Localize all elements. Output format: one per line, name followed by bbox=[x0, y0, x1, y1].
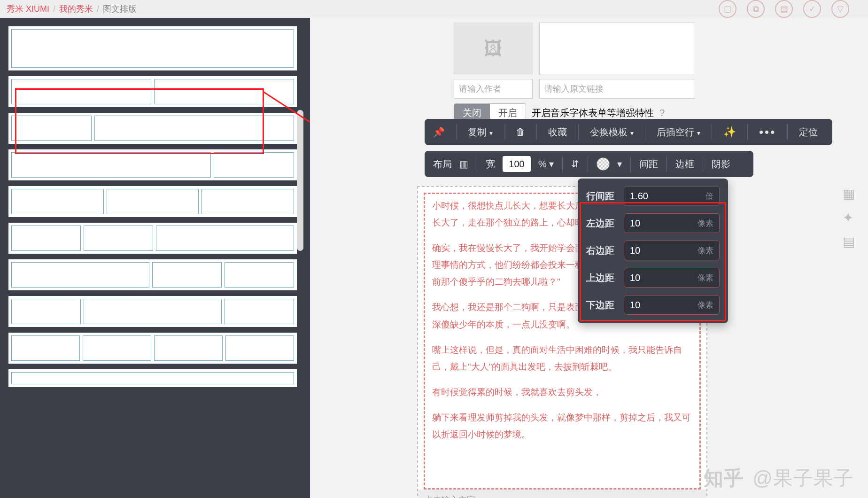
margin-right-label: 右边距 bbox=[586, 244, 617, 257]
editor-canvas: 🖼 请输入作者 请输入原文链接 关闭 开启 开启音乐字体表单等增强特性 ? 📌 … bbox=[310, 18, 868, 498]
thumb-1-1-2[interactable] bbox=[8, 223, 297, 254]
grid-icon[interactable]: ▦ bbox=[843, 186, 855, 202]
meta-row: 🖼 bbox=[454, 23, 695, 74]
more-icon[interactable]: ••• bbox=[759, 125, 776, 140]
swap-template-button[interactable]: 变换模板 bbox=[590, 126, 634, 139]
layout-toolbar: 布局 ▥ 宽 100 % ▾ ⇵ ▾ 间距 边框 阴影 bbox=[425, 151, 753, 177]
margin-left-input[interactable]: 10像素 bbox=[624, 213, 720, 233]
cover-image-placeholder[interactable]: 🖼 bbox=[454, 23, 533, 74]
paragraph[interactable]: 躺下来看理发师剪掉我的头发，就像梦中那样，剪掉之后，我又可以折返回小时候的梦境。 bbox=[432, 409, 692, 443]
stats-icon[interactable]: ▤ bbox=[843, 234, 855, 249]
down-icon[interactable]: ▽ bbox=[831, 0, 849, 18]
author-input[interactable]: 请输入作者 bbox=[454, 79, 533, 99]
thumb-thin[interactable] bbox=[8, 369, 297, 387]
block-toolbar: 📌 复制 🗑 收藏 变换模板 后插空行 ✨ ••• 定位 bbox=[425, 119, 832, 145]
spacing-popover: 行间距 1.60倍 左边距 10像素 右边距 10像素 上边距 10像素 下边距 bbox=[578, 179, 728, 323]
title-input[interactable] bbox=[539, 23, 695, 74]
border-button[interactable]: 边框 bbox=[675, 158, 694, 171]
paragraph[interactable]: 嘴上这样说，但是，真的面对生活中困难的时候，我只能告诉自己，戴上"大人"的面具出… bbox=[432, 342, 692, 375]
thumb-4col[interactable] bbox=[8, 333, 297, 364]
margin-top-label: 上边距 bbox=[586, 272, 617, 284]
margin-bottom-input[interactable]: 10像素 bbox=[624, 295, 720, 315]
copy-icon[interactable]: ⧉ bbox=[747, 0, 765, 18]
margin-right-input[interactable]: 10像素 bbox=[624, 241, 720, 260]
enhance-label: 开启音乐字体表单等增强特性 bbox=[532, 107, 654, 119]
right-gutter-icons: ▦ ✦ ▤ bbox=[843, 186, 855, 249]
help-icon[interactable]: ? bbox=[659, 108, 665, 118]
footer-text-input[interactable]: 点击输入文字 bbox=[418, 490, 706, 498]
thumbs-scrollbar[interactable] bbox=[297, 110, 303, 251]
save-icon[interactable]: ▤ bbox=[775, 0, 793, 18]
paragraph[interactable]: 有时候觉得累的时候，我就喜欢去剪头发， bbox=[432, 384, 692, 401]
bgcolor-dropdown-icon[interactable]: ▾ bbox=[617, 158, 622, 170]
source-link-input[interactable]: 请输入原文链接 bbox=[539, 79, 695, 99]
copy-button[interactable]: 复制 bbox=[468, 126, 493, 139]
left-panel: 标题 卡片 图片 布局 SVG 组件 热门 主题色 推荐模板 最近使用 样刊模板… bbox=[0, 18, 310, 498]
delete-icon[interactable]: 🗑 bbox=[516, 127, 525, 138]
crumb-site[interactable]: 秀米 XIUMI bbox=[7, 3, 49, 15]
margin-left-label: 左边距 bbox=[586, 217, 617, 230]
favorite-button[interactable]: 收藏 bbox=[548, 126, 567, 139]
magic-icon[interactable]: ✨ bbox=[723, 126, 736, 138]
crumb-page: 图文排版 bbox=[103, 3, 137, 15]
thumb-3col[interactable] bbox=[8, 186, 297, 217]
layout-label: 布局 bbox=[433, 158, 452, 171]
line-spacing-label: 行间距 bbox=[586, 190, 617, 202]
spacing-button[interactable]: 间距 bbox=[639, 158, 658, 171]
shadow-button[interactable]: 阴影 bbox=[712, 158, 730, 171]
bgcolor-swatch-icon[interactable] bbox=[597, 157, 610, 171]
width-input[interactable]: 100 bbox=[503, 156, 531, 172]
thumb-2-1-1[interactable] bbox=[8, 259, 297, 290]
crumb-mine[interactable]: 我的秀米 bbox=[59, 3, 93, 15]
layout-thumbnails bbox=[0, 18, 310, 498]
line-spacing-input[interactable]: 1.60倍 bbox=[624, 186, 720, 206]
columns-icon[interactable]: ▥ bbox=[459, 158, 468, 170]
thumb-2-1[interactable] bbox=[8, 149, 297, 180]
check-icon[interactable]: ✓ bbox=[803, 0, 821, 18]
top-actions: ▢ ⧉ ▤ ✓ ▽ bbox=[719, 0, 849, 18]
thumb-2col[interactable] bbox=[8, 76, 297, 107]
width-label: 宽 bbox=[486, 158, 495, 171]
watermark: 知乎@果子果子 bbox=[704, 465, 854, 491]
thumb-1col[interactable] bbox=[8, 26, 297, 70]
margin-top-input[interactable]: 10像素 bbox=[624, 268, 720, 288]
width-unit[interactable]: % ▾ bbox=[538, 158, 554, 170]
thumb-1-2[interactable] bbox=[8, 113, 297, 144]
locate-button[interactable]: 定位 bbox=[799, 126, 818, 139]
align-icon[interactable]: ⇵ bbox=[571, 158, 579, 170]
insert-blank-button[interactable]: 后插空行 bbox=[657, 126, 700, 139]
folder-icon[interactable]: ▢ bbox=[719, 0, 736, 18]
margin-bottom-label: 下边距 bbox=[586, 299, 617, 311]
thumb-1-2-1[interactable] bbox=[8, 296, 297, 327]
pin-icon[interactable]: 📌 bbox=[433, 126, 445, 138]
sparkle-icon[interactable]: ✦ bbox=[843, 210, 855, 226]
